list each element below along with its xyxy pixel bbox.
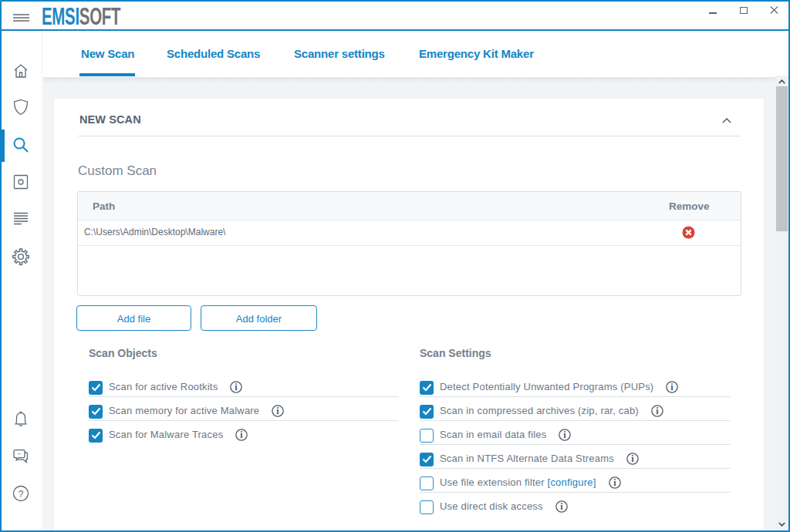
svg-text:i: i <box>241 429 244 440</box>
svg-text:i: i <box>656 406 659 416</box>
svg-text:i: i <box>631 453 634 464</box>
svg-text:i: i <box>235 382 238 392</box>
svg-text:i: i <box>564 429 567 440</box>
svg-text:?: ? <box>19 489 24 500</box>
svg-text:i: i <box>277 406 280 416</box>
svg-text:i: i <box>560 501 563 512</box>
svg-text:i: i <box>671 382 674 392</box>
svg-text:i: i <box>613 477 616 488</box>
